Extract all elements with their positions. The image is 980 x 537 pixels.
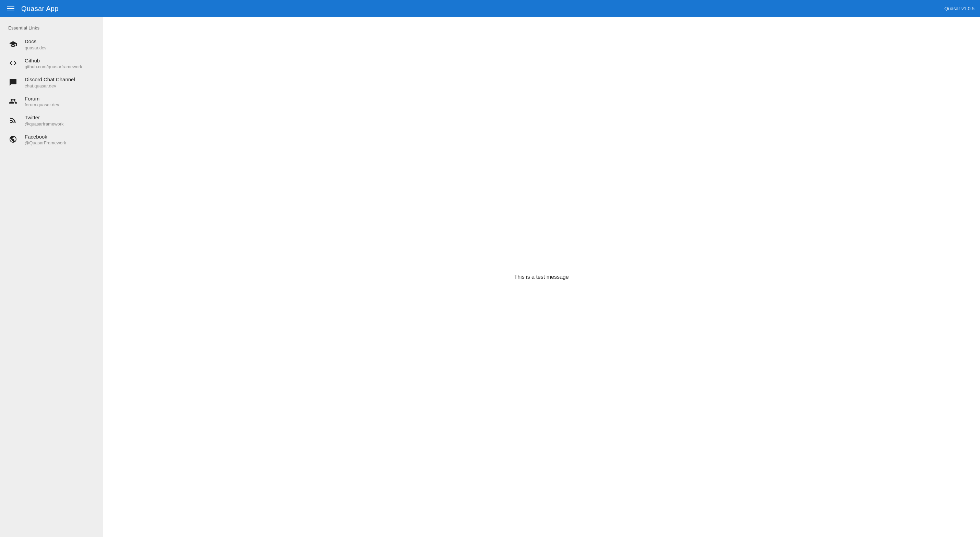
graduation-cap-icon <box>8 40 18 49</box>
version-label: Quasar v1.0.5 <box>944 6 975 11</box>
globe-icon <box>8 134 18 144</box>
menu-button[interactable] <box>5 5 16 13</box>
sidebar-item-twitter[interactable]: Twitter @quasarframework <box>0 111 103 130</box>
discord-label: Discord Chat Channel <box>25 76 75 83</box>
sidebar-item-docs[interactable]: Docs quasar.dev <box>0 35 103 54</box>
twitter-label: Twitter <box>25 114 64 121</box>
facebook-text: Facebook @QuasarFramework <box>25 133 66 146</box>
sidebar-item-forum[interactable]: Forum forum.quasar.dev <box>0 92 103 111</box>
github-sublabel: github.com/quasarframework <box>25 64 82 69</box>
forum-sublabel: forum.quasar.dev <box>25 102 59 107</box>
sidebar-item-facebook[interactable]: Facebook @QuasarFramework <box>0 130 103 149</box>
app-title: Quasar App <box>21 5 944 13</box>
discord-text: Discord Chat Channel chat.quasar.dev <box>25 76 75 88</box>
github-text: Github github.com/quasarframework <box>25 57 82 70</box>
docs-sublabel: quasar.dev <box>25 45 47 50</box>
discord-sublabel: chat.quasar.dev <box>25 83 75 88</box>
sidebar-item-github[interactable]: Github github.com/quasarframework <box>0 54 103 73</box>
twitter-sublabel: @quasarframework <box>25 121 64 126</box>
chat-icon <box>8 78 18 87</box>
docs-label: Docs <box>25 38 47 45</box>
content-area: This is a test message <box>103 17 980 537</box>
docs-text: Docs quasar.dev <box>25 38 47 50</box>
facebook-sublabel: @QuasarFramework <box>25 140 66 145</box>
github-label: Github <box>25 57 82 64</box>
twitter-text: Twitter @quasarframework <box>25 114 64 126</box>
forum-text: Forum forum.quasar.dev <box>25 95 59 108</box>
header: Quasar App Quasar v1.0.5 <box>0 0 980 17</box>
code-icon <box>8 58 18 68</box>
sidebar-title: Essential Links <box>0 22 103 35</box>
forum-icon <box>8 96 18 106</box>
rss-icon <box>8 116 18 125</box>
test-message: This is a test message <box>514 274 568 280</box>
facebook-label: Facebook <box>25 133 66 140</box>
sidebar-item-discord[interactable]: Discord Chat Channel chat.quasar.dev <box>0 73 103 92</box>
forum-label: Forum <box>25 95 59 102</box>
main-layout: Essential Links Docs quasar.dev Github <box>0 17 980 537</box>
sidebar: Essential Links Docs quasar.dev Github <box>0 17 103 537</box>
